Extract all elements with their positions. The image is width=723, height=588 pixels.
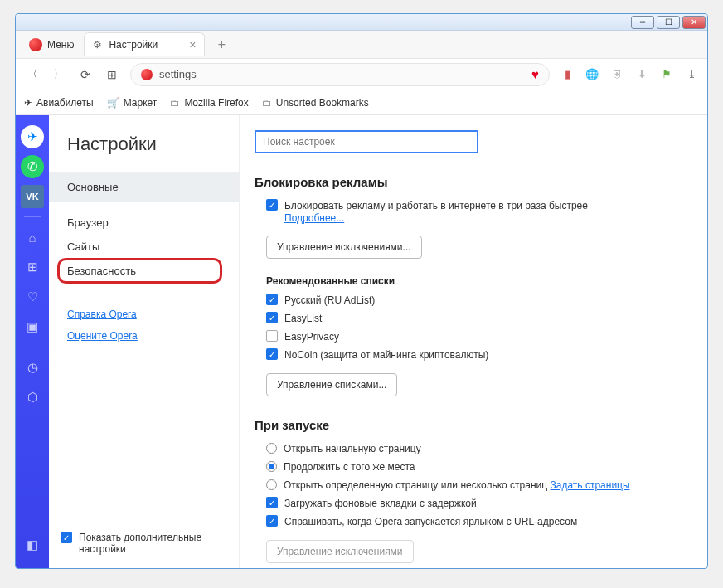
settings-search-input[interactable]	[255, 130, 478, 153]
speed-dial-icon[interactable]: ⊞	[104, 66, 120, 83]
list-privacy-row[interactable]: ✓EasyPrivacy	[266, 330, 692, 343]
bookmark-market[interactable]: 🛒Маркет	[107, 97, 158, 109]
list-label: NoCoin (защита от майнинга криптовалюты)	[284, 348, 488, 362]
address-field[interactable]: settings ♥	[130, 63, 550, 86]
downloads-icon[interactable]: ⤓	[684, 67, 699, 82]
back-button[interactable]: 〈	[24, 66, 41, 83]
r3-text: Открыть определенную страницу или нескол…	[284, 479, 547, 491]
radio-icon[interactable]	[266, 461, 277, 472]
bookmark-label: Маркет	[124, 97, 158, 109]
minimize-button[interactable]: ━	[631, 16, 654, 29]
checkbox-icon[interactable]: ✓	[266, 497, 278, 508]
sidebar-toggle-icon[interactable]: ◧	[21, 533, 44, 556]
close-tab-icon[interactable]: ×	[189, 38, 196, 51]
manage-exceptions-2-button[interactable]: Управление исключениями	[266, 540, 414, 563]
checkbox-icon[interactable]: ✓	[266, 515, 278, 527]
startup-c1[interactable]: ✓Загружать фоновые вкладки с задержкой	[266, 497, 692, 510]
checkbox-icon[interactable]: ✓	[266, 199, 278, 211]
bookmark-unsorted[interactable]: 🗀Unsorted Bookmarks	[262, 97, 369, 109]
bookmark-label: Unsorted Bookmarks	[276, 97, 369, 109]
new-tab-button[interactable]: +	[211, 35, 231, 55]
nav-rate[interactable]: Оцените Opera	[49, 325, 239, 347]
list-nocoin-row[interactable]: ✓NoCoin (защита от майнинга криптовалюты…	[266, 348, 692, 362]
list-ru-row[interactable]: ✓Русский (RU AdList)	[266, 294, 692, 307]
speed-dial-dock-icon[interactable]: ⊞	[21, 255, 44, 279]
bookmark-label: Mozilla Firefox	[184, 97, 248, 109]
checkbox-icon[interactable]: ✓	[266, 330, 278, 342]
checkbox-icon[interactable]: ✓	[266, 348, 278, 360]
checkbox-icon[interactable]: ✓	[266, 312, 278, 323]
bookmark-firefox[interactable]: 🗀Mozilla Firefox	[170, 97, 248, 109]
startup-r1[interactable]: Открыть начальную страницу	[266, 442, 692, 455]
address-bar: 〈 〉 ⟳ ⊞ settings ♥ ▮ 🌐 ⛨ ⬇ ⚑ ⤓	[16, 59, 707, 90]
list-label: Русский (RU AdList)	[284, 294, 375, 307]
nav-help[interactable]: Справка Opera	[49, 304, 239, 325]
nav-security[interactable]: Безопасность	[49, 256, 239, 285]
advanced-label: Показать дополнительные настройки	[79, 532, 227, 555]
snapshot-icon[interactable]: ⌂	[21, 226, 44, 249]
section-startup: При запуске	[255, 418, 692, 432]
content-area: ✈ ✆ VK ⌂ ⊞ ♡ ▣ ◷ ⬡ ◧ Настройки Основные …	[16, 115, 707, 568]
cart-icon: 🛒	[107, 97, 119, 109]
address-text: settings	[159, 68, 197, 80]
set-pages-link[interactable]: Задать страницы	[551, 479, 630, 491]
extension-icon-3[interactable]: ⚑	[659, 67, 674, 82]
adblock-toggle-row[interactable]: ✓ Блокировать рекламу и работать в интер…	[266, 199, 692, 224]
bookmark-label: Авиабилеты	[36, 97, 94, 109]
history-icon[interactable]: ◷	[21, 356, 44, 379]
list-label: EasyList	[284, 312, 322, 325]
check-label: Спрашивать, когда Opera запускается ярлы…	[284, 515, 577, 528]
maximize-button[interactable]: ☐	[657, 16, 680, 29]
shield-icon[interactable]: ⛨	[609, 67, 624, 82]
messenger-icon[interactable]: ✈	[21, 125, 44, 148]
news-icon[interactable]: ▣	[21, 315, 44, 338]
bookmark-avia[interactable]: ✈Авиабилеты	[24, 97, 94, 109]
startup-r3[interactable]: Открыть определенную страницу или нескол…	[266, 479, 692, 492]
help-link[interactable]: Справка Opera	[67, 309, 137, 320]
extensions-dock-icon[interactable]: ⬡	[21, 386, 44, 409]
dock-separator	[24, 347, 41, 347]
bookmarks-bar: ✈Авиабилеты 🛒Маркет 🗀Mozilla Firefox 🗀Un…	[16, 90, 707, 115]
radio-label: Открыть начальную страницу	[284, 442, 421, 455]
app-window: ━ ☐ ✕ Меню ⚙ Настройки × + 〈 〉 ⟳ ⊞ setti…	[15, 13, 708, 569]
gear-icon: ⚙	[93, 39, 102, 51]
checkbox-icon[interactable]: ✓	[61, 532, 72, 543]
nav-browser[interactable]: Браузер	[49, 202, 239, 237]
list-label: EasyPrivacy	[284, 330, 339, 343]
settings-main: Блокировка рекламы ✓ Блокировать рекламу…	[240, 115, 707, 568]
nav-sites[interactable]: Сайты	[49, 237, 239, 256]
close-button[interactable]: ✕	[682, 16, 706, 29]
manage-lists-button[interactable]: Управление списками...	[266, 373, 397, 396]
adblock-more-link[interactable]: Подробнее...	[284, 212, 344, 224]
heart-icon[interactable]: ♥	[531, 67, 539, 81]
vk-icon[interactable]: VK	[21, 185, 44, 208]
radio-icon[interactable]	[266, 479, 277, 490]
settings-title: Настройки	[49, 134, 239, 172]
extension-icon-1[interactable]: ▮	[560, 67, 575, 82]
reload-button[interactable]: ⟳	[77, 66, 94, 83]
tab-settings[interactable]: ⚙ Настройки ×	[84, 32, 205, 56]
whatsapp-icon[interactable]: ✆	[21, 155, 44, 178]
advanced-toggle[interactable]: ✓ Показать дополнительные настройки	[49, 523, 239, 568]
adblock-label: Блокировать рекламу и работать в интерне…	[284, 200, 588, 211]
plane-icon: ✈	[24, 97, 32, 109]
radio-label: Продолжить с того же места	[284, 460, 415, 474]
page-opera-icon	[141, 69, 153, 80]
folder-icon: 🗀	[262, 97, 272, 109]
radio-icon[interactable]	[266, 443, 277, 454]
download-arrow-icon[interactable]: ⬇	[634, 67, 649, 82]
rate-link[interactable]: Оцените Opera	[67, 330, 138, 342]
checkbox-icon[interactable]: ✓	[266, 294, 278, 305]
nav-main[interactable]: Основные	[49, 172, 239, 202]
startup-c2[interactable]: ✓Спрашивать, когда Opera запускается ярл…	[266, 515, 692, 528]
section-adblock: Блокировка рекламы	[255, 175, 692, 189]
side-dock: ✈ ✆ VK ⌂ ⊞ ♡ ▣ ◷ ⬡ ◧	[16, 115, 49, 568]
settings-sidebar: Настройки Основные Браузер Сайты Безопас…	[49, 115, 240, 568]
opera-menu-button[interactable]: Меню	[21, 33, 82, 56]
extension-icon-2[interactable]: 🌐	[585, 67, 599, 82]
manage-exceptions-button[interactable]: Управление исключениями...	[266, 236, 422, 259]
list-easy-row[interactable]: ✓EasyList	[266, 312, 692, 325]
heart-dock-icon[interactable]: ♡	[21, 285, 44, 309]
startup-r2[interactable]: Продолжить с того же места	[266, 460, 692, 474]
forward-button[interactable]: 〉	[51, 66, 67, 83]
